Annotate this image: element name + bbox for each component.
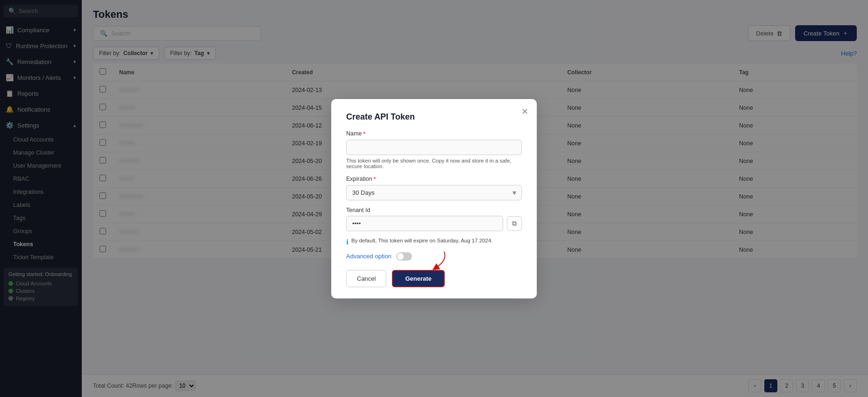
name-hint: This token will only be shown once. Copy… [346,158,522,169]
required-indicator: * [363,130,365,137]
generate-button-wrap: Generate [392,270,444,287]
expiration-field-group: Expiration * 30 Days 60 Days 90 Days 1 Y… [346,176,522,200]
modal-title: Create API Token [346,112,522,122]
modal-close-button[interactable]: ✕ [521,106,528,117]
tenant-id-row: ⧉ [346,216,522,231]
required-indicator: * [374,176,376,183]
expiration-select[interactable]: 30 Days 60 Days 90 Days 1 Year Never [346,185,522,200]
modal-overlay[interactable]: Create API Token ✕ Name * This token wil… [0,0,868,397]
tenant-id-input[interactable] [346,216,503,231]
advanced-option-toggle[interactable] [396,252,412,261]
cancel-button[interactable]: Cancel [346,270,386,287]
expiration-select-wrap: 30 Days 60 Days 90 Days 1 Year Never [346,185,522,200]
advanced-option-row: Advanced option [346,252,522,261]
name-field-group: Name * This token will only be shown onc… [346,130,522,169]
name-input[interactable] [346,140,522,155]
modal-actions: Cancel Generate [346,270,522,287]
expiration-label: Expiration * [346,176,522,183]
tenant-id-field-group: Tenant Id ⧉ [346,207,522,231]
advanced-option-label: Advanced option [346,253,391,260]
info-icon: ℹ [346,238,349,246]
create-api-token-modal: Create API Token ✕ Name * This token wil… [331,99,537,298]
info-row: ℹ By default, This token will expire on … [346,238,522,246]
copy-tenant-id-button[interactable]: ⧉ [507,216,522,231]
generate-button[interactable]: Generate [392,270,444,287]
name-label: Name * [346,130,522,137]
tenant-id-label: Tenant Id [346,207,522,213]
